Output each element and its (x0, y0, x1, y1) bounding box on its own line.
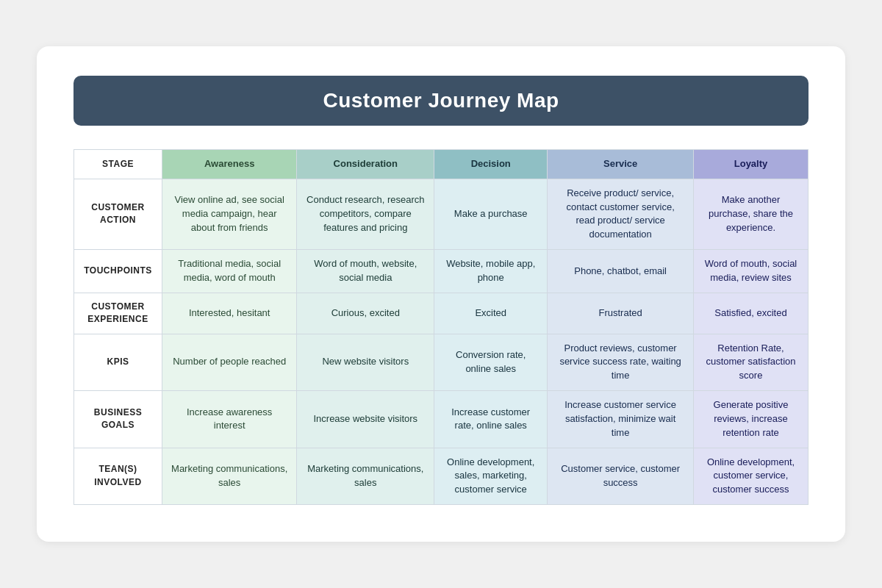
decision-cell: Make a purchase (434, 179, 548, 249)
consideration-cell: Word of mouth, website, social media (297, 250, 434, 293)
stage-header: STAGE (74, 149, 162, 179)
row-label: TEAN(S) INVOLVED (74, 448, 162, 505)
title-block: Customer Journey Map (74, 76, 808, 126)
page-title: Customer Journey Map (103, 89, 779, 112)
consideration-cell: Marketing communications, sales (297, 448, 434, 505)
awareness-cell: Number of people reached (162, 334, 297, 391)
consideration-cell: Curious, excited (297, 293, 434, 334)
awareness-header: Awareness (162, 149, 297, 179)
consideration-cell: Conduct research, research competitors, … (297, 179, 434, 249)
table-row: KPISNumber of people reachedNew website … (74, 334, 808, 391)
row-label: CUSTOMER ACTION (74, 179, 162, 249)
loyalty-cell: Retention Rate, customer satisfaction sc… (694, 334, 808, 391)
service-cell: Frustrated (548, 293, 694, 334)
decision-cell: Excited (434, 293, 548, 334)
loyalty-cell: Satisfied, excited (694, 293, 808, 334)
table-row: TOUCHPOINTSTraditional media, social med… (74, 250, 808, 293)
table-row: CUSTOMER EXPERIENCEInterested, hesitantC… (74, 293, 808, 334)
decision-cell: Website, mobile app, phone (434, 250, 548, 293)
awareness-cell: Interested, hesitant (162, 293, 297, 334)
loyalty-cell: Online development, customer service, cu… (694, 448, 808, 505)
awareness-cell: Marketing communications, sales (162, 448, 297, 505)
table-row: CUSTOMER ACTIONView online ad, see socia… (74, 179, 808, 249)
service-cell: Phone, chatbot, email (548, 250, 694, 293)
service-cell: Increase customer service satisfaction, … (548, 391, 694, 448)
service-cell: Receive product/ service, contact custom… (548, 179, 694, 249)
consideration-cell: Increase website visitors (297, 391, 434, 448)
decision-header: Decision (434, 149, 548, 179)
row-label: TOUCHPOINTS (74, 250, 162, 293)
table-row: TEAN(S) INVOLVEDMarketing communications… (74, 448, 808, 505)
row-label: BUSINESS GOALS (74, 391, 162, 448)
awareness-cell: View online ad, see social media campaig… (162, 179, 297, 249)
service-header: Service (548, 149, 694, 179)
row-label: CUSTOMER EXPERIENCE (74, 293, 162, 334)
decision-cell: Increase customer rate, online sales (434, 391, 548, 448)
consideration-header: Consideration (297, 149, 434, 179)
loyalty-header: Loyalty (694, 149, 808, 179)
loyalty-cell: Word of mouth, social media, review site… (694, 250, 808, 293)
journey-map-table: STAGE Awareness Consideration Decision S… (74, 149, 808, 505)
decision-cell: Conversion rate, online sales (434, 334, 548, 391)
consideration-cell: New website visitors (297, 334, 434, 391)
loyalty-cell: Generate positive reviews, increase rete… (694, 391, 808, 448)
awareness-cell: Increase awareness interest (162, 391, 297, 448)
table-row: BUSINESS GOALSIncrease awareness interes… (74, 391, 808, 448)
main-card: Customer Journey Map STAGE Awareness Con… (37, 46, 845, 542)
awareness-cell: Traditional media, social media, word of… (162, 250, 297, 293)
service-cell: Customer service, customer success (548, 448, 694, 505)
loyalty-cell: Make another purchase, share the experie… (694, 179, 808, 249)
row-label: KPIS (74, 334, 162, 391)
service-cell: Product reviews, customer service succes… (548, 334, 694, 391)
decision-cell: Online development, sales, marketing, cu… (434, 448, 548, 505)
